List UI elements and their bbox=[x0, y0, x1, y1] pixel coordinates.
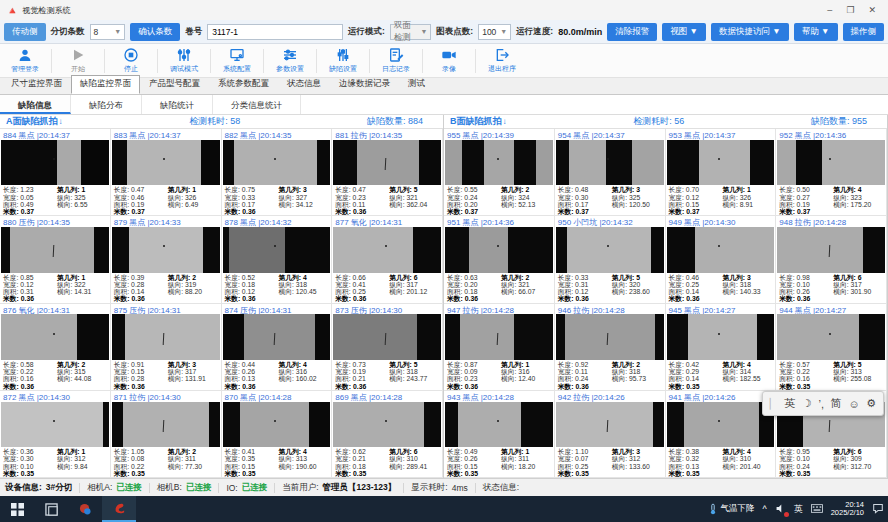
sub-tab-1[interactable]: 缺陷分布 bbox=[71, 95, 142, 114]
defect-cell[interactable]: 947 拉伤 |20:14:28长度: 0.87宽度: 0.09面积: 0.23… bbox=[444, 304, 555, 391]
ime-settings-gear-icon[interactable]: ⚙ bbox=[866, 397, 876, 410]
defect-cell[interactable]: 870 黑点 |20:14:28长度: 0.41宽度: 0.35面积: 0.15… bbox=[222, 391, 333, 478]
ime-language-bar[interactable]: ▏英☽’,简☺⚙ bbox=[762, 391, 884, 416]
toolbar-button-label: 参数设置 bbox=[276, 64, 304, 74]
maximize-button[interactable]: ❐ bbox=[846, 5, 854, 15]
start-button[interactable] bbox=[0, 496, 34, 522]
ime-moon-icon[interactable]: ☽ bbox=[802, 397, 812, 410]
defect-cell[interactable]: 946 拉伤 |20:14:28长度: 0.92宽度: 0.11面积: 0.24… bbox=[555, 304, 666, 391]
slit-count-select[interactable]: 8 ▼ bbox=[90, 24, 126, 40]
defect-cell[interactable]: 942 拉伤 |20:14:26长度: 1.10宽度: 0.07面积: 0.25… bbox=[555, 391, 666, 478]
defect-cell[interactable]: 950 小凹坑 |20:14:32长度: 0.33宽度: 0.31面积: 0.1… bbox=[555, 216, 666, 303]
defect-measurements: 长度: 0.44宽度: 0.26面积: 0.13米数: 0.36 bbox=[225, 361, 279, 390]
operator-side-button[interactable]: 操作侧 bbox=[843, 23, 885, 41]
tab-6[interactable]: 测试 bbox=[399, 75, 434, 94]
defect-cell[interactable]: 948 拉伤 |20:14:28长度: 0.98宽度: 0.10面积: 0.26… bbox=[776, 216, 887, 303]
active-app-button[interactable] bbox=[102, 496, 136, 522]
defect-cell[interactable]: 882 黑点 |20:14:35长度: 0.75宽度: 0.33面积: 0.17… bbox=[222, 129, 333, 216]
defect-cell[interactable]: 869 黑点 |20:14:28长度: 0.62宽度: 0.21面积: 0.18… bbox=[332, 391, 443, 478]
defect-cell[interactable]: 872 黑点 |20:14:30长度: 0.36宽度: 0.30面积: 0.10… bbox=[0, 391, 111, 478]
chart-points-select[interactable]: 100 ▼ bbox=[478, 24, 511, 40]
defect-mark bbox=[496, 333, 498, 345]
defect-image bbox=[112, 402, 220, 448]
defect-cell[interactable]: 877 氧化 |20:14:31长度: 0.66宽度: 0.41面积: 0.25… bbox=[332, 216, 443, 303]
toolbar-button-label: 缺陷设置 bbox=[329, 64, 357, 74]
defect-cell[interactable]: 955 黑点 |20:14:39长度: 0.55宽度: 0.24面积: 0.20… bbox=[444, 129, 555, 216]
defect-cell[interactable]: 945 黑点 |20:14:27长度: 0.42宽度: 0.29面积: 0.14… bbox=[666, 304, 777, 391]
defect-measurements: 长度: 1.23宽度: 0.05面积: 0.49米数: 0.37 bbox=[3, 186, 57, 215]
sub-tab-3[interactable]: 分类信息统计 bbox=[213, 95, 301, 114]
defect-cell[interactable]: 953 黑点 |20:14:37长度: 0.70宽度: 0.12面积: 0.15… bbox=[666, 129, 777, 216]
sub-tab-0[interactable]: 缺陷信息 bbox=[0, 95, 71, 114]
defect-cell[interactable]: 954 黑点 |20:14:37长度: 0.48宽度: 0.30面积: 0.17… bbox=[555, 129, 666, 216]
volume-button[interactable] bbox=[775, 503, 786, 516]
ime-indicator[interactable]: 英 bbox=[794, 503, 803, 516]
toolbar-button-exit[interactable]: 退出程序 bbox=[479, 47, 525, 74]
ime-language-toggle[interactable]: 英 bbox=[784, 396, 795, 411]
defect-cell[interactable]: 952 黑点 |20:14:36长度: 0.50宽度: 0.27面积: 0.19… bbox=[776, 129, 887, 216]
help-menu-button[interactable]: 帮助 ▼ bbox=[794, 23, 838, 41]
defect-cell[interactable]: 874 压伤 |20:14:31长度: 0.44宽度: 0.26面积: 0.13… bbox=[222, 304, 333, 391]
touch-keyboard-button[interactable] bbox=[811, 504, 823, 515]
defect-cell[interactable]: 943 黑点 |20:14:28长度: 0.49宽度: 0.26面积: 0.15… bbox=[444, 391, 555, 478]
defect-cell[interactable]: 876 氧化 |20:14:31长度: 0.58宽度: 0.22面积: 0.16… bbox=[0, 304, 111, 391]
defect-cell[interactable]: 941 黑点 |20:14:26长度: 0.38宽度: 0.32面积: 0.13… bbox=[666, 391, 777, 478]
defect-cell[interactable]: 879 黑点 |20:14:33长度: 0.39宽度: 0.28面积: 0.14… bbox=[111, 216, 222, 303]
drive-side-button[interactable]: 传动侧 bbox=[4, 23, 46, 41]
toolbar-button-params[interactable]: 参数设置 bbox=[267, 47, 313, 74]
main-toolbar: 传动侧 分切条数 8 ▼ 确认条数 卷号 运行模式: 双面检测 ▼ 图表点数: … bbox=[0, 20, 888, 44]
data-quick-access-menu-button[interactable]: 数据快捷访问 ▼ bbox=[711, 23, 789, 41]
defect-cell[interactable]: 880 压伤 |20:14:35长度: 0.85宽度: 0.12面积: 0.31… bbox=[0, 216, 111, 303]
task-view-button[interactable] bbox=[34, 496, 68, 522]
defect-cell[interactable]: 875 压伤 |20:14:31长度: 0.91宽度: 0.15面积: 0.28… bbox=[111, 304, 222, 391]
defect-cell[interactable]: 883 黑点 |20:14:37长度: 0.47宽度: 0.46面积: 0.19… bbox=[111, 129, 222, 216]
action-center-button[interactable] bbox=[872, 502, 884, 516]
defect-cell[interactable]: 871 拉伤 |20:14:30长度: 1.05宽度: 0.08面积: 0.22… bbox=[111, 391, 222, 478]
pinned-app-icon[interactable] bbox=[68, 496, 102, 522]
toolbar-button-monitor[interactable]: 系统配置 bbox=[214, 47, 260, 74]
ime-emoji-icon[interactable]: ☺ bbox=[848, 398, 859, 410]
divider bbox=[422, 49, 423, 73]
defect-mark bbox=[607, 158, 609, 160]
roll-number-input[interactable] bbox=[207, 24, 343, 40]
defect-image bbox=[1, 314, 109, 360]
toolbar-button-debug[interactable]: 调试模式 bbox=[161, 47, 207, 74]
toolbar-button-play[interactable]: 开始 bbox=[55, 47, 101, 74]
defect-cell[interactable]: 949 黑点 |20:14:30长度: 0.46宽度: 0.25面积: 0.14… bbox=[666, 216, 777, 303]
camera-icon bbox=[441, 47, 457, 63]
toolbar-button-stop[interactable]: 停止 bbox=[108, 47, 154, 74]
ime-simplified-toggle[interactable]: 简 bbox=[831, 396, 842, 411]
run-mode-select[interactable]: 双面检测 ▼ bbox=[390, 24, 431, 40]
weather-widget[interactable]: 气温下降 bbox=[709, 503, 754, 515]
tab-0[interactable]: 尺寸监控界面 bbox=[2, 75, 71, 94]
ime-punctuation-icon[interactable]: ’, bbox=[818, 398, 824, 410]
minimize-button[interactable]: – bbox=[827, 5, 832, 15]
ime-drag-handle[interactable]: ▏ bbox=[770, 398, 778, 409]
tab-4[interactable]: 状态信息 bbox=[278, 75, 330, 94]
defect-cell[interactable]: 873 压伤 |20:14:30长度: 0.73宽度: 0.19面积: 0.21… bbox=[332, 304, 443, 391]
defect-cell[interactable]: 951 黑点 |20:14:36长度: 0.63宽度: 0.20面积: 0.18… bbox=[444, 216, 555, 303]
defect-cell[interactable]: 881 拉伤 |20:14:35长度: 0.47宽度: 0.23面积: 0.11… bbox=[332, 129, 443, 216]
tab-2[interactable]: 产品型号配置 bbox=[140, 75, 209, 94]
defect-info: 长度: 0.70宽度: 0.12面积: 0.15米数: 0.37第几列: 1纵向… bbox=[666, 185, 776, 215]
defect-cell[interactable]: 944 黑点 |20:14:27长度: 0.57宽度: 0.22面积: 0.16… bbox=[776, 304, 887, 391]
close-button[interactable]: ✕ bbox=[868, 5, 876, 15]
tab-5[interactable]: 边缘数据记录 bbox=[330, 75, 399, 94]
defect-cell[interactable]: 878 黑点 |20:14:32长度: 0.52宽度: 0.18面积: 0.12… bbox=[222, 216, 333, 303]
confirm-count-button[interactable]: 确认条数 bbox=[130, 23, 180, 41]
defect-info: 长度: 1.23宽度: 0.05面积: 0.49米数: 0.37第几列: 1纵向… bbox=[0, 185, 110, 215]
tab-3[interactable]: 系统参数配置 bbox=[209, 75, 278, 94]
clear-alarm-button[interactable]: 清除报警 bbox=[607, 23, 657, 41]
tab-1[interactable]: 缺陷监控界面 bbox=[71, 75, 140, 94]
toolbar-button-user[interactable]: 管理登录 bbox=[2, 47, 48, 74]
sub-tab-2[interactable]: 缺陷统计 bbox=[142, 95, 213, 114]
defect-image bbox=[112, 227, 220, 273]
view-menu-button[interactable]: 视图 ▼ bbox=[662, 23, 706, 41]
toolbar-button-defect[interactable]: 缺陷设置 bbox=[320, 47, 366, 74]
toolbar-button-camera[interactable]: 录像 bbox=[426, 47, 472, 74]
taskbar-clock[interactable]: 20:14 2025/2/10 bbox=[831, 501, 864, 518]
defect-cell[interactable]: 884 黑点 |20:14:37长度: 1.23宽度: 0.05面积: 0.49… bbox=[0, 129, 111, 216]
tray-expand-chevron[interactable]: ^ bbox=[762, 504, 766, 514]
detect-time-label: 检测耗时: bbox=[633, 116, 672, 126]
toolbar-button-log[interactable]: 日志记录 bbox=[373, 47, 419, 74]
